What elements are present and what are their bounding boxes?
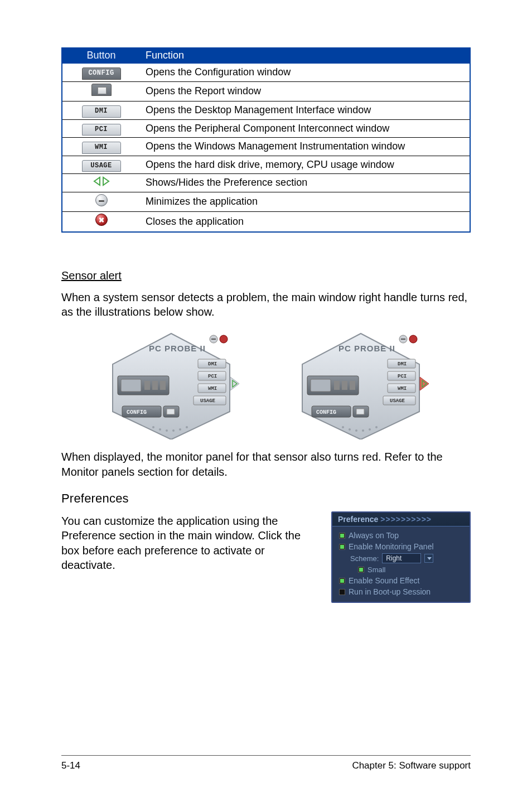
- checkbox-icon[interactable]: [358, 567, 364, 573]
- sensor-alert-p1: When a system sensor detects a problem, …: [61, 290, 471, 320]
- svg-point-57: [349, 428, 351, 431]
- svg-rect-48: [311, 379, 331, 392]
- pref-label: Enable Monitoring Panel: [349, 542, 434, 551]
- config-button-icon: CONFIG: [82, 67, 121, 80]
- svg-rect-18: [121, 379, 141, 392]
- svg-marker-15: [230, 377, 239, 390]
- svg-text:WMI: WMI: [398, 386, 407, 392]
- fn-text: Opens the Configuration window: [140, 64, 470, 81]
- svg-text:PC PROBE II: PC PROBE II: [149, 344, 206, 353]
- svg-rect-20: [152, 381, 158, 390]
- svg-rect-35: [401, 339, 405, 340]
- svg-rect-51: [350, 381, 355, 390]
- pref-small[interactable]: Small: [337, 564, 465, 575]
- wmi-button-icon: WMI: [82, 142, 121, 154]
- table-row: WMI Opens the Windows Management Instrum…: [62, 138, 470, 156]
- svg-rect-25: [167, 409, 175, 414]
- button-function-table: Button Function CONFIG Opens the Configu…: [61, 47, 471, 233]
- close-icon: [95, 214, 108, 226]
- preference-panel: Preference >>>>>>>>>> Always on Top Enab…: [331, 511, 471, 603]
- svg-marker-1: [103, 177, 109, 185]
- dropdown-arrow-icon[interactable]: [424, 554, 433, 563]
- svg-point-30: [179, 428, 181, 431]
- table-row: Closes the application: [62, 212, 470, 232]
- sensor-alert-heading: Sensor alert: [61, 269, 471, 282]
- table-row: PCI Opens the Peripheral Component Inter…: [62, 119, 470, 138]
- svg-text:DMI: DMI: [208, 361, 217, 367]
- chapter-label: Chapter 5: Software support: [352, 760, 471, 771]
- fn-text: Opens the hard disk drive, memory, CPU u…: [140, 156, 470, 174]
- svg-text:USAGE: USAGE: [390, 398, 405, 404]
- table-row: Opens the Report window: [62, 81, 470, 101]
- svg-text:CONFIG: CONFIG: [316, 409, 336, 416]
- preference-title: Preference: [338, 515, 378, 524]
- fn-text: Opens the Peripheral Component Interconn…: [140, 119, 470, 138]
- fn-text: Opens the Report window: [140, 81, 470, 101]
- pref-label: Enable Sound Effect: [349, 576, 419, 585]
- svg-point-26: [152, 426, 154, 428]
- svg-point-27: [159, 428, 161, 431]
- hex-illustration-alert: PC PROBE II DMI PCI WMI USAGE CONFIG: [288, 328, 433, 442]
- table-row: DMI Opens the Desktop Management Interfa…: [62, 101, 470, 119]
- scheme-dropdown[interactable]: Right: [382, 553, 421, 563]
- table-row: USAGE Opens the hard disk drive, memory,…: [62, 156, 470, 174]
- pref-label: Small: [367, 566, 386, 574]
- svg-text:PC PROBE II: PC PROBE II: [338, 344, 395, 353]
- checkbox-icon[interactable]: [339, 544, 345, 550]
- svg-text:PCI: PCI: [208, 374, 217, 379]
- hex-illustration-normal: PC PROBE II DMI PCI WMI USAGE: [99, 328, 244, 442]
- checkbox-icon[interactable]: [339, 578, 345, 584]
- pref-label: Run in Boot-up Session: [349, 587, 431, 596]
- svg-text:PCI: PCI: [398, 374, 407, 379]
- svg-rect-19: [144, 381, 150, 390]
- th-function: Function: [140, 47, 470, 64]
- fn-text: Closes the application: [140, 212, 470, 232]
- table-row: CONFIG Opens the Configuration window: [62, 64, 470, 81]
- svg-rect-55: [356, 409, 364, 414]
- illustration-row: PC PROBE II DMI PCI WMI USAGE: [61, 328, 471, 442]
- svg-point-61: [375, 426, 378, 428]
- chevrons-icon: >>>>>>>>>>: [380, 515, 432, 524]
- svg-point-6: [220, 335, 228, 343]
- pci-button-icon: PCI: [82, 124, 121, 136]
- checkbox-icon[interactable]: [339, 589, 345, 595]
- svg-point-29: [172, 429, 175, 432]
- svg-marker-0: [94, 177, 100, 185]
- usage-button-icon: USAGE: [82, 160, 121, 172]
- fn-text: Opens the Windows Management Instrumenta…: [140, 138, 470, 156]
- svg-point-36: [409, 335, 417, 343]
- minimize-icon: [95, 194, 108, 206]
- triangles-icon: [93, 176, 110, 186]
- svg-point-58: [355, 429, 357, 432]
- pref-scheme: Scheme: Right: [337, 552, 465, 564]
- preference-panel-header: Preference >>>>>>>>>>: [332, 513, 470, 526]
- pref-always-on-top[interactable]: Always on Top: [337, 530, 465, 541]
- dmi-button-icon: DMI: [82, 105, 121, 118]
- pref-enable-monitoring[interactable]: Enable Monitoring Panel: [337, 541, 465, 552]
- scheme-label: Scheme:: [350, 554, 379, 563]
- checkbox-icon[interactable]: [339, 533, 345, 539]
- pref-enable-sound[interactable]: Enable Sound Effect: [337, 575, 465, 586]
- svg-text:DMI: DMI: [398, 361, 407, 367]
- page-footer: 5-14 Chapter 5: Software support: [61, 755, 471, 771]
- svg-point-60: [369, 428, 371, 431]
- svg-point-59: [362, 429, 364, 432]
- svg-point-31: [186, 426, 188, 428]
- th-button: Button: [62, 47, 140, 64]
- svg-rect-5: [211, 339, 216, 340]
- fn-text: Minimizes the application: [140, 192, 470, 211]
- svg-rect-50: [342, 381, 347, 390]
- pref-label: Always on Top: [349, 531, 399, 540]
- pref-run-boot[interactable]: Run in Boot-up Session: [337, 586, 465, 597]
- svg-text:CONFIG: CONFIG: [127, 409, 147, 416]
- svg-marker-45: [420, 377, 429, 390]
- svg-rect-49: [334, 381, 340, 390]
- svg-point-56: [342, 426, 344, 428]
- table-row: Shows/Hides the Preference section: [62, 174, 470, 192]
- preferences-p: You can customize the application using …: [61, 514, 317, 573]
- svg-rect-21: [160, 381, 166, 390]
- report-button-icon: [91, 84, 112, 96]
- page-number: 5-14: [61, 760, 80, 771]
- preferences-heading: Preferences: [61, 491, 471, 506]
- svg-text:USAGE: USAGE: [200, 398, 216, 404]
